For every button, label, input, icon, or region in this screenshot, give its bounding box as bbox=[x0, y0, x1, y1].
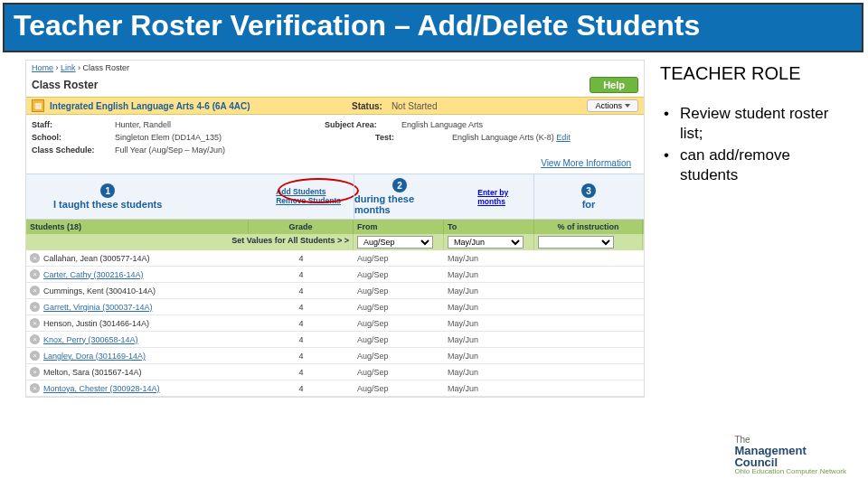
remove-students-link[interactable]: Remove Students bbox=[276, 197, 341, 205]
cell-to: May/Jun bbox=[444, 300, 534, 314]
student-link[interactable]: Carter, Cathy (300216-14A) bbox=[43, 270, 144, 279]
set-all-from[interactable]: Aug/Sep bbox=[357, 236, 433, 249]
cell-from: Aug/Sep bbox=[354, 381, 444, 396]
table-row: ×Montoya, Chester (300928-14A)4Aug/SepMa… bbox=[26, 380, 644, 397]
table-row: ×Langley, Dora (301169-14A)4Aug/SepMay/J… bbox=[26, 348, 644, 364]
slide-title-band: Teacher Roster Verification – Add/Delete… bbox=[3, 3, 863, 52]
staff-value: Hunter, Randell bbox=[115, 120, 171, 129]
student-link[interactable]: Montoya, Chester (300928-14A) bbox=[43, 384, 160, 393]
staff-label: Staff: bbox=[32, 120, 115, 129]
schedule-value: Full Year (Aug/Sep – May/Jun) bbox=[115, 145, 225, 155]
cell-to: May/Jun bbox=[444, 267, 534, 282]
logo-arcs-icon bbox=[687, 436, 727, 475]
cell-grade: 4 bbox=[249, 300, 354, 314]
edit-test-link[interactable]: Edit bbox=[556, 133, 571, 142]
breadcrumb: Home › Link › Class Roster bbox=[26, 61, 644, 75]
step-2-badge: 2 bbox=[392, 178, 407, 192]
student-link[interactable]: Langley, Dora (301169-14A) bbox=[43, 352, 146, 361]
cell-pct bbox=[534, 272, 643, 277]
logo-sub: Ohio Education Computer Network bbox=[734, 468, 846, 475]
cell-to: May/Jun bbox=[444, 365, 534, 380]
cell-grade: 4 bbox=[249, 267, 354, 282]
col-grade[interactable]: Grade bbox=[249, 220, 354, 234]
help-button[interactable]: Help bbox=[590, 77, 638, 93]
cell-from: Aug/Sep bbox=[354, 267, 444, 282]
set-all-pct[interactable] bbox=[538, 236, 614, 249]
cell-pct bbox=[534, 321, 643, 326]
table-body: ×Callahan, Jean (300577-14A)4Aug/SepMay/… bbox=[26, 250, 644, 397]
subject-label: Subject Area: bbox=[325, 120, 401, 129]
schedule-label: Class Schedule: bbox=[32, 145, 115, 155]
school-label: School: bbox=[32, 133, 115, 142]
cell-from: Aug/Sep bbox=[354, 365, 444, 380]
set-all-row: Set Values for All Students > > Aug/Sep … bbox=[26, 234, 644, 250]
step-1-text: I taught these students bbox=[53, 199, 162, 210]
cell-grade: 4 bbox=[249, 251, 354, 266]
step-2-text: during these months bbox=[354, 193, 445, 215]
table-row: ×Cummings, Kent (300410-14A)4Aug/SepMay/… bbox=[26, 283, 644, 299]
table-row: ×Callahan, Jean (300577-14A)4Aug/SepMay/… bbox=[26, 250, 644, 267]
remove-row-icon[interactable]: × bbox=[30, 302, 40, 312]
student-name: Melton, Sara (301567-14A) bbox=[43, 368, 142, 377]
cell-from: Aug/Sep bbox=[354, 316, 444, 331]
view-more-link[interactable]: View More Information bbox=[541, 158, 631, 168]
step-3: 3 for bbox=[534, 174, 643, 219]
crumb-home[interactable]: Home bbox=[32, 63, 53, 72]
student-name: Cummings, Kent (300410-14A) bbox=[43, 286, 156, 296]
crumb-link[interactable]: Link bbox=[61, 63, 76, 72]
test-label: Test: bbox=[375, 133, 452, 142]
remove-row-icon[interactable]: × bbox=[30, 318, 40, 328]
slide-title: Teacher Roster Verification – Add/Delete… bbox=[14, 10, 849, 42]
remove-row-icon[interactable]: × bbox=[30, 383, 40, 393]
student-link[interactable]: Garrett, Virginia (300037-14A) bbox=[43, 303, 152, 312]
remove-row-icon[interactable]: × bbox=[30, 334, 40, 344]
enter-by-months-link[interactable]: Enter by months bbox=[477, 188, 533, 206]
remove-row-icon[interactable]: × bbox=[30, 269, 40, 279]
cell-grade: 4 bbox=[249, 381, 354, 396]
set-all-to[interactable]: May/Jun bbox=[448, 236, 524, 249]
cell-pct bbox=[534, 337, 643, 343]
bullet-1: Review student roster list; bbox=[660, 104, 852, 144]
roster-app: Home › Link › Class Roster Class Roster … bbox=[25, 60, 645, 398]
crumb-current: Class Roster bbox=[83, 63, 130, 72]
col-pct[interactable]: % of instruction bbox=[534, 220, 643, 234]
cell-from: Aug/Sep bbox=[354, 300, 444, 314]
status-label: Status: bbox=[352, 101, 382, 111]
cell-pct bbox=[534, 370, 643, 375]
remove-row-icon[interactable]: × bbox=[30, 253, 40, 263]
step-1: 1 I taught these students Add Students R… bbox=[26, 174, 354, 219]
role-bullets: Review student roster list; can add/remo… bbox=[660, 104, 852, 185]
col-from[interactable]: From bbox=[354, 220, 444, 234]
cell-pct bbox=[534, 305, 643, 310]
cell-to: May/Jun bbox=[444, 284, 534, 298]
cell-grade: 4 bbox=[249, 349, 354, 363]
cell-grade: 4 bbox=[249, 284, 354, 298]
remove-row-icon[interactable]: × bbox=[30, 286, 40, 296]
table-row: ×Carter, Cathy (300216-14A)4Aug/SepMay/J… bbox=[26, 267, 644, 283]
col-students[interactable]: Students (18) bbox=[26, 220, 249, 234]
cell-pct bbox=[534, 256, 643, 261]
cell-from: Aug/Sep bbox=[354, 251, 444, 266]
table-row: ×Knox, Perry (300658-14A)4Aug/SepMay/Jun bbox=[26, 332, 644, 348]
cell-to: May/Jun bbox=[444, 349, 534, 363]
actions-label: Actions bbox=[595, 101, 622, 110]
table-row: ×Garrett, Virginia (300037-14A)4Aug/SepM… bbox=[26, 299, 644, 315]
cell-from: Aug/Sep bbox=[354, 284, 444, 298]
cell-grade: 4 bbox=[249, 365, 354, 380]
cell-to: May/Jun bbox=[444, 333, 534, 347]
remove-row-icon[interactable]: × bbox=[30, 367, 40, 377]
set-all-label: Set Values for All Students > > bbox=[26, 234, 354, 250]
step-3-text: for bbox=[582, 199, 596, 210]
chevron-down-icon bbox=[625, 104, 630, 108]
student-name: Callahan, Jean (300577-14A) bbox=[43, 254, 150, 263]
subject-value: English Language Arts bbox=[401, 120, 483, 129]
col-to[interactable]: To bbox=[444, 220, 534, 234]
cell-from: Aug/Sep bbox=[354, 333, 444, 347]
class-metadata: Staff: Hunter, Randell Subject Area: Eng… bbox=[26, 115, 644, 174]
bullet-2: can add/remove students bbox=[660, 145, 852, 185]
remove-row-icon[interactable]: × bbox=[30, 351, 40, 361]
class-title: Integrated English Language Arts 4-6 (6A… bbox=[50, 101, 250, 111]
actions-menu[interactable]: Actions bbox=[587, 99, 638, 112]
test-value: English Language Arts (K-8) Edit bbox=[452, 133, 571, 142]
student-link[interactable]: Knox, Perry (300658-14A) bbox=[43, 335, 138, 344]
